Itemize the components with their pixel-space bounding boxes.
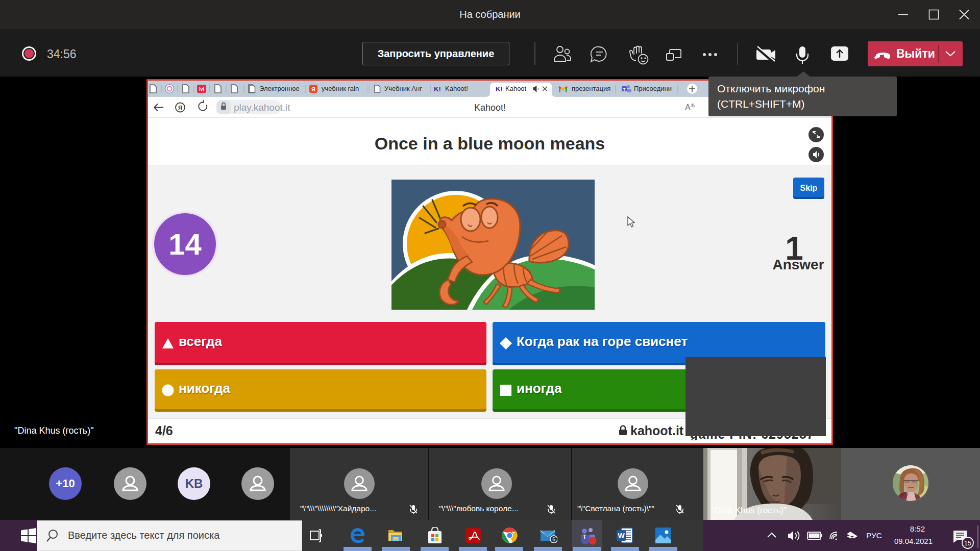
svg-text:Электронное: Электронное: [259, 85, 300, 92]
svg-text:T: T: [583, 534, 586, 540]
svg-text:K!: K!: [434, 85, 441, 93]
svg-text:A: A: [685, 103, 691, 112]
svg-text:Kahoot!: Kahoot!: [474, 103, 506, 113]
svg-text:учебник rain: учебник rain: [322, 85, 359, 92]
svg-text:6: 6: [552, 537, 555, 542]
svg-text:あ: あ: [691, 103, 695, 108]
svg-text:Я: Я: [311, 86, 315, 92]
svg-text:play.kahoot.it: play.kahoot.it: [234, 102, 290, 113]
svg-text:презентация: презентация: [572, 85, 610, 92]
svg-text:K!: K!: [496, 85, 503, 93]
svg-text:Я: Я: [178, 105, 182, 111]
svg-text:"Dina Khus (гость)": "Dina Khus (гость)": [712, 506, 787, 515]
svg-text:ivi: ivi: [199, 87, 204, 92]
svg-text:15: 15: [964, 539, 971, 547]
svg-text:Kahoot: Kahoot: [505, 85, 527, 92]
svg-text:Kahoot!: Kahoot!: [445, 85, 468, 92]
svg-text:W: W: [618, 532, 625, 540]
svg-text:Присоедини: Присоедини: [634, 85, 672, 92]
svg-text:T: T: [623, 87, 626, 92]
svg-text:Учебник Анг: Учебник Анг: [384, 85, 422, 92]
